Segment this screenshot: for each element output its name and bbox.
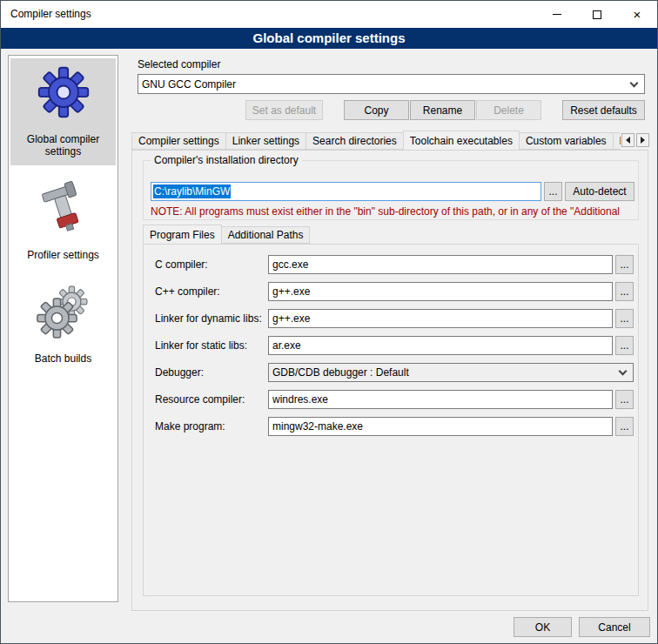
tab-search-directories[interactable]: Search directories: [306, 132, 404, 150]
cancel-button[interactable]: Cancel: [579, 617, 650, 637]
sidebar-item-profiler-settings[interactable]: Profiler settings: [10, 174, 116, 269]
window-title: Compiler settings: [10, 1, 91, 28]
tab-compiler-settings[interactable]: Compiler settings: [131, 132, 226, 150]
selected-compiler-label: Selected compiler: [138, 58, 220, 70]
field-row-linker-static: Linker for static libs: ...: [144, 336, 638, 355]
arrow-right-icon: [641, 137, 645, 144]
auto-detect-button[interactable]: Auto-detect: [565, 182, 634, 201]
field-label: C++ compiler:: [155, 282, 220, 301]
selected-compiler-value: GNU GCC Compiler: [138, 78, 628, 91]
make-program-input[interactable]: [268, 417, 613, 436]
sidebar-item-label: Profiler settings: [14, 249, 112, 261]
field-label: Make program:: [155, 417, 225, 436]
browse-button[interactable]: ...: [615, 282, 634, 301]
gears-icon: [36, 284, 91, 339]
browse-button[interactable]: ...: [615, 255, 634, 274]
c-compiler-input[interactable]: [268, 255, 613, 274]
tab-scroll-left-button[interactable]: [621, 133, 634, 147]
inner-tabstrip: Program Files Additional Paths: [143, 225, 630, 244]
maximize-icon: [593, 10, 601, 19]
resource-compiler-input[interactable]: [268, 390, 613, 409]
cpp-compiler-input[interactable]: [268, 282, 613, 301]
gear-icon: [36, 64, 91, 120]
tab-additional-paths[interactable]: Additional Paths: [221, 226, 311, 244]
field-row-linker-dynamic: Linker for dynamic libs: ...: [144, 309, 638, 328]
reset-defaults-button[interactable]: Reset defaults: [562, 100, 645, 120]
sidebar-item-global-compiler-settings[interactable]: Global compiler settings: [10, 58, 116, 165]
main-tabstrip: Compiler settings Linker settings Search…: [131, 131, 621, 150]
minimize-icon: [553, 14, 561, 15]
window-controls: ×: [537, 1, 657, 28]
toolchain-executables-page: Compiler's installation directory C:\ray…: [131, 150, 648, 611]
maximize-button[interactable]: [577, 1, 617, 28]
field-label: Debugger:: [155, 363, 204, 382]
group-title: Compiler's installation directory: [151, 154, 302, 166]
browse-button[interactable]: ...: [615, 390, 634, 409]
debugger-value: GDB/CDB debugger : Default: [269, 366, 616, 379]
tab-program-files[interactable]: Program Files: [143, 225, 222, 244]
rename-button[interactable]: Rename: [410, 100, 475, 120]
field-row-cpp-compiler: C++ compiler: ...: [144, 282, 638, 301]
set-as-default-button[interactable]: Set as default: [245, 100, 323, 120]
field-row-resource-compiler: Resource compiler: ...: [144, 390, 638, 409]
compiler-settings-dialog: Compiler settings × Global compiler sett…: [0, 0, 658, 644]
ok-button[interactable]: OK: [514, 617, 572, 637]
sidebar-item-batch-builds[interactable]: Batch builds: [10, 278, 116, 372]
chevron-down-icon: [619, 367, 628, 376]
tab-custom-variables[interactable]: Custom variables: [519, 132, 614, 150]
minimize-button[interactable]: [537, 1, 577, 28]
field-row-c-compiler: C compiler: ...: [144, 255, 638, 274]
close-icon: ×: [634, 8, 641, 21]
tab-toolchain-executables[interactable]: Toolchain executables: [403, 131, 520, 150]
browse-button[interactable]: ...: [615, 417, 634, 436]
installation-directory-group: Compiler's installation directory C:\ray…: [143, 160, 639, 220]
close-button[interactable]: ×: [617, 1, 657, 28]
field-label: Linker for dynamic libs:: [155, 309, 262, 328]
arrow-left-icon: [626, 137, 630, 144]
delete-button[interactable]: Delete: [476, 100, 541, 120]
field-label: Linker for static libs:: [155, 336, 247, 355]
tab-build-options[interactable]: Buil: [613, 132, 621, 150]
settings-sidebar: Global compiler settings Profiler settin…: [8, 55, 118, 602]
profiler-tool-icon: [36, 180, 91, 236]
note-text: NOTE: All programs must exist either in …: [151, 205, 638, 218]
installation-directory-input[interactable]: C:\raylib\MinGW: [151, 182, 541, 201]
selected-compiler-select[interactable]: GNU GCC Compiler: [138, 74, 645, 94]
dialog-banner: Global compiler settings: [1, 28, 657, 49]
debugger-select[interactable]: GDB/CDB debugger : Default: [268, 363, 634, 382]
browse-button[interactable]: ...: [615, 309, 634, 328]
copy-button[interactable]: Copy: [344, 100, 409, 120]
field-row-make-program: Make program: ...: [144, 417, 638, 436]
linker-dynamic-input[interactable]: [268, 309, 613, 328]
titlebar: Compiler settings ×: [1, 1, 657, 28]
tab-linker-settings[interactable]: Linker settings: [225, 132, 306, 150]
tab-scroll-right-button[interactable]: [636, 133, 649, 147]
program-files-page: C compiler: ... C++ compiler: ... Linker…: [143, 244, 639, 596]
field-row-debugger: Debugger: GDB/CDB debugger : Default: [144, 363, 638, 382]
browse-button[interactable]: ...: [615, 336, 634, 355]
linker-static-input[interactable]: [268, 336, 613, 355]
field-label: C compiler:: [155, 255, 208, 274]
field-label: Resource compiler:: [155, 390, 245, 409]
sidebar-item-label: Global compiler settings: [14, 133, 112, 158]
browse-directory-button[interactable]: ...: [544, 182, 562, 201]
selected-text: C:\raylib\MinGW: [153, 184, 231, 198]
sidebar-item-label: Batch builds: [14, 352, 112, 365]
chevron-down-icon: [630, 78, 639, 87]
